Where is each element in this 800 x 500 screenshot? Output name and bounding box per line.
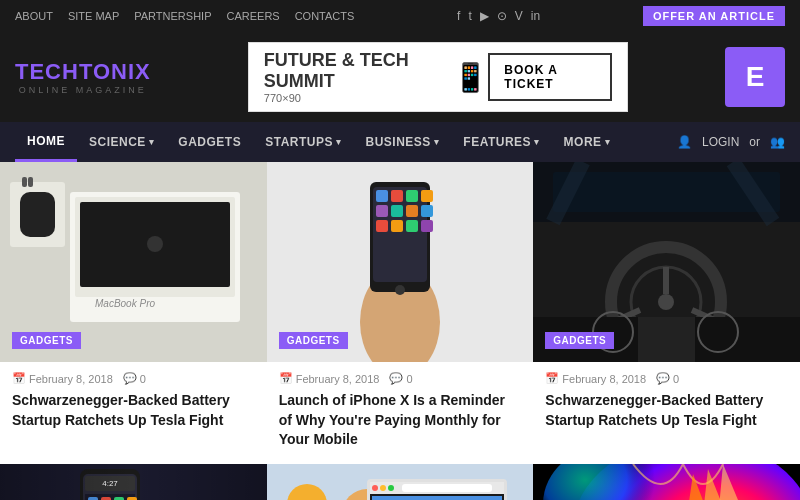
svg-point-26 (395, 285, 405, 295)
banner-advertisement: FUTURE & TECH SUMMIT 770×90 📱 BOOK A TIC… (248, 42, 628, 112)
svg-rect-17 (421, 190, 433, 202)
article-card-6[interactable] (533, 464, 800, 500)
sitemap-link[interactable]: SITE MAP (68, 10, 119, 22)
svg-rect-4 (28, 177, 33, 187)
svg-text:MacBook Pro: MacBook Pro (95, 298, 155, 309)
svg-rect-20 (406, 205, 418, 217)
navigation: HOME SCIENCE ▾ GADGETS STARTUPS ▾ BUSINE… (0, 122, 800, 162)
category-badge-3: GADGETS (545, 332, 614, 349)
svg-point-74 (543, 464, 683, 500)
svg-rect-53 (0, 464, 267, 500)
svg-rect-64 (402, 484, 492, 492)
login-button[interactable]: LOGIN (702, 135, 739, 149)
nav-business[interactable]: BUSINESS ▾ (353, 122, 451, 162)
nav-home[interactable]: HOME (15, 122, 77, 162)
svg-point-8 (147, 236, 163, 252)
svg-point-62 (380, 485, 386, 491)
careers-link[interactable]: CAREERS (226, 10, 279, 22)
card-title-2: Launch of iPhone X Is a Reminder of Why … (279, 391, 522, 450)
social-icons: f t ▶ ⊙ V in (457, 9, 540, 23)
svg-rect-23 (391, 220, 403, 232)
abstract-illustration (533, 464, 800, 500)
article-card-4[interactable]: 4:27 (0, 464, 267, 500)
calendar-icon-2: 📅 February 8, 2018 (279, 372, 380, 385)
offer-article-button[interactable]: OFFER AN ARTICLE (643, 6, 785, 26)
article-card-3[interactable]: GADGETS 📅 February 8, 2018 💬 0 Schwarzen… (533, 162, 800, 464)
logo[interactable]: TECHTONIX (15, 59, 151, 85)
contacts-link[interactable]: CONTACTS (295, 10, 355, 22)
card-body-3: 📅 February 8, 2018 💬 0 Schwarzenegger-Ba… (533, 362, 800, 444)
logo-subtitle: ONLINE MAGAZINE (15, 85, 151, 95)
nav-features[interactable]: FEATURES ▾ (451, 122, 551, 162)
youtube-icon[interactable]: ▶ (480, 9, 489, 23)
card-image-6 (533, 464, 800, 500)
comments-icon-3: 💬 0 (656, 372, 679, 385)
card-body-1: 📅 February 8, 2018 💬 0 Schwarzenegger-Ba… (0, 362, 267, 444)
partnership-link[interactable]: PARTNERSHIP (134, 10, 211, 22)
card-image-4: 4:27 (0, 464, 267, 500)
svg-rect-16 (406, 190, 418, 202)
svg-point-63 (388, 485, 394, 491)
card-meta-3: 📅 February 8, 2018 💬 0 (545, 372, 788, 385)
card-title-3: Schwarzenegger-Backed Battery Startup Ra… (545, 391, 788, 430)
comments-icon-2: 💬 0 (389, 372, 412, 385)
card-image-5: Free High Quality Images (267, 464, 534, 500)
card-meta-1: 📅 February 8, 2018 💬 0 (12, 372, 255, 385)
nav-auth: 👤 LOGIN or 👥 (677, 135, 785, 149)
category-badge-1: GADGETS (12, 332, 81, 349)
svg-rect-25 (421, 220, 433, 232)
top-bar-nav: ABOUT SITE MAP PARTNERSHIP CAREERS CONTA… (15, 10, 354, 22)
logo-part1: TECHTO (15, 59, 111, 84)
svg-rect-14 (376, 190, 388, 202)
logo-part2: NIX (111, 59, 151, 84)
calendar-icon-3: 📅 February 8, 2018 (545, 372, 646, 385)
article-card-5[interactable]: Free High Quality Images (267, 464, 534, 500)
login-icon: 👤 (677, 135, 692, 149)
card-title-1: Schwarzenegger-Backed Battery Startup Ra… (12, 391, 255, 430)
samsung-illustration: 4:27 (0, 464, 267, 500)
nav-items: HOME SCIENCE ▾ GADGETS STARTUPS ▾ BUSINE… (15, 122, 622, 162)
elementor-letter: E (746, 61, 765, 93)
svg-rect-18 (376, 205, 388, 217)
laptop-illustration: Free High Quality Images (267, 464, 534, 500)
header: TECHTONIX ONLINE MAGAZINE FUTURE & TECH … (0, 32, 800, 122)
elementor-badge[interactable]: E (725, 47, 785, 107)
calendar-icon-1: 📅 February 8, 2018 (12, 372, 113, 385)
svg-rect-19 (391, 205, 403, 217)
svg-rect-21 (421, 205, 433, 217)
card-body-2: 📅 February 8, 2018 💬 0 Launch of iPhone … (267, 362, 534, 464)
top-bar: ABOUT SITE MAP PARTNERSHIP CAREERS CONTA… (0, 0, 800, 32)
nav-more[interactable]: MORE ▾ (552, 122, 623, 162)
article-grid-row2: 4:27 (0, 464, 800, 500)
svg-point-61 (372, 485, 378, 491)
about-link[interactable]: ABOUT (15, 10, 53, 22)
article-card-1[interactable]: MacBook Pro GADGETS 📅 February 8, 2018 💬… (0, 162, 267, 464)
banner-title: FUTURE & TECH SUMMIT (264, 50, 453, 92)
card-meta-2: 📅 February 8, 2018 💬 0 (279, 372, 522, 385)
svg-rect-3 (22, 177, 27, 187)
banner-size: 770×90 (264, 92, 453, 104)
book-ticket-button[interactable]: BOOK A TICKET (488, 53, 612, 101)
register-icon[interactable]: 👥 (770, 135, 785, 149)
facebook-icon[interactable]: f (457, 9, 460, 23)
or-label: or (749, 135, 760, 149)
svg-rect-2 (20, 192, 55, 237)
nav-startups[interactable]: STARTUPS ▾ (253, 122, 353, 162)
category-badge-2: GADGETS (279, 332, 348, 349)
svg-rect-22 (376, 220, 388, 232)
twitter-icon[interactable]: t (468, 9, 471, 23)
instagram-icon[interactable]: ⊙ (497, 9, 507, 23)
comments-icon-1: 💬 0 (123, 372, 146, 385)
svg-rect-37 (638, 317, 695, 362)
banner-content: FUTURE & TECH SUMMIT 770×90 (264, 50, 453, 104)
article-card-2[interactable]: GADGETS 📅 February 8, 2018 💬 0 Launch of… (267, 162, 534, 464)
svg-rect-24 (406, 220, 418, 232)
nav-gadgets[interactable]: GADGETS (166, 122, 253, 162)
linkedin-icon[interactable]: in (531, 9, 540, 23)
article-grid-row1: MacBook Pro GADGETS 📅 February 8, 2018 💬… (0, 162, 800, 464)
svg-rect-15 (391, 190, 403, 202)
banner-phone-icon: 📱 (453, 61, 488, 94)
vimeo-icon[interactable]: V (515, 9, 523, 23)
nav-science[interactable]: SCIENCE ▾ (77, 122, 166, 162)
logo-area: TECHTONIX ONLINE MAGAZINE (15, 59, 151, 95)
